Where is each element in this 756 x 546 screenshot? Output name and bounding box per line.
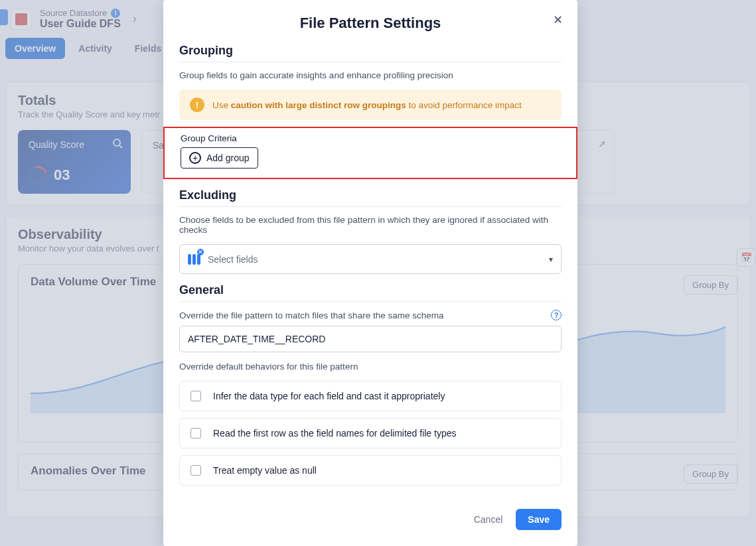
grouping-desc: Group fields to gain accurate insights a… <box>179 70 562 80</box>
add-group-button[interactable]: + Add group <box>181 147 258 169</box>
help-icon[interactable]: ? <box>551 310 562 320</box>
chevron-down-icon: ▾ <box>549 255 553 264</box>
modal-body: Grouping Group fields to gain accurate i… <box>163 44 577 498</box>
option-label: Read the first row as the field names fo… <box>213 428 457 439</box>
group-criteria-highlight: Group Criteria + Add group <box>163 127 577 179</box>
exclude-placeholder: Select fields <box>208 254 258 265</box>
exclude-fields-select[interactable]: ✕ Select fields ▾ <box>179 244 562 274</box>
checkbox[interactable] <box>190 391 201 401</box>
checkbox[interactable] <box>190 465 201 476</box>
option-empty-as-null[interactable]: Treat empty value as null <box>179 455 562 486</box>
grouping-title: Grouping <box>179 44 562 58</box>
grouping-warning: ! Use caution with large distinct row gr… <box>179 90 562 120</box>
option-infer-type[interactable]: Infer the data type for each field and c… <box>179 381 562 411</box>
close-icon[interactable]: ✕ <box>550 12 566 28</box>
alert-strong: caution with large distinct row grouping… <box>231 100 406 110</box>
warning-icon: ! <box>190 98 204 112</box>
add-group-label: Add group <box>206 153 250 163</box>
modal-header: File Pattern Settings ✕ <box>163 0 577 44</box>
override-pattern-label: Override the file pattern to match files… <box>179 310 443 320</box>
option-label: Infer the data type for each field and c… <box>213 391 445 401</box>
alert-prefix: Use <box>212 100 231 110</box>
checkbox[interactable] <box>190 428 201 439</box>
general-title: General <box>179 283 562 297</box>
plus-icon: + <box>189 152 201 164</box>
file-pattern-input[interactable] <box>179 326 562 352</box>
file-pattern-settings-modal: File Pattern Settings ✕ Grouping Group f… <box>163 0 577 546</box>
clear-icon: ✕ <box>197 249 204 255</box>
option-label: Treat empty value as null <box>213 465 317 476</box>
alert-suffix: to avoid performance impact <box>406 100 522 110</box>
excluding-desc: Choose fields to be excluded from this f… <box>179 215 562 235</box>
save-button[interactable]: Save <box>516 509 562 530</box>
modal-footer: Cancel Save <box>163 498 577 546</box>
group-criteria-label: Group Criteria <box>181 133 560 143</box>
override-behaviors-label: Override default behaviors for this file… <box>179 362 562 372</box>
cancel-button[interactable]: Cancel <box>474 514 503 525</box>
modal-title: File Pattern Settings <box>179 15 562 32</box>
option-first-row-header[interactable]: Read the first row as the field names fo… <box>179 418 562 448</box>
excluding-title: Excluding <box>179 188 562 202</box>
